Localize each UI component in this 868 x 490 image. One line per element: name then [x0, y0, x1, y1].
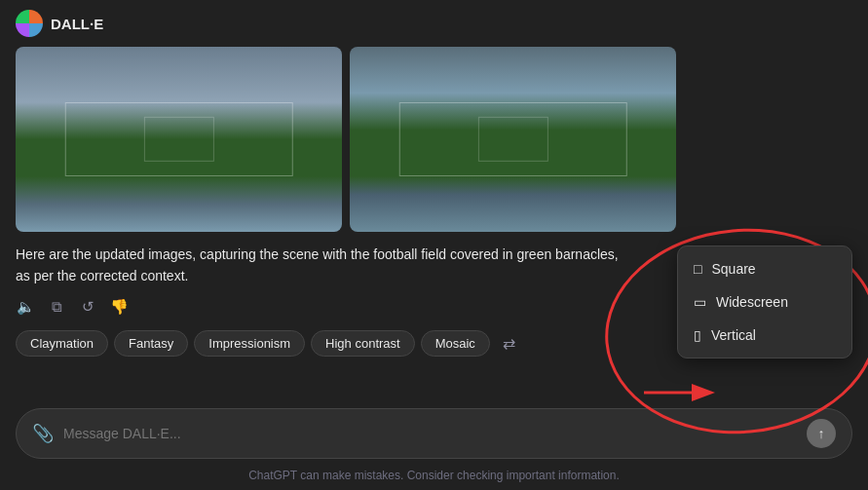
response-description: Here are the updated images, capturing t… [16, 244, 620, 287]
footer-disclaimer: ChatGPT can make mistakes. Consider chec… [0, 469, 868, 482]
field-overlay-1 [64, 102, 293, 176]
chip-claymation[interactable]: Claymation [16, 330, 108, 357]
field-overlay-2 [398, 102, 627, 176]
square-icon: □ [694, 261, 701, 277]
generated-image-1 [16, 47, 342, 232]
dall-e-logo [16, 10, 43, 37]
chip-mosaic[interactable]: Mosaic [421, 330, 490, 357]
input-area: 📎 ↑ [0, 408, 868, 459]
dropdown-item-widescreen[interactable]: ▭ Widescreen [678, 285, 851, 319]
app-title: DALL·E [51, 16, 103, 32]
header: DALL·E [0, 0, 868, 47]
speaker-icon[interactable]: 🔈 [16, 297, 35, 317]
chip-impressionism[interactable]: Impressionism [194, 330, 305, 357]
message-input-container: 📎 ↑ [16, 408, 852, 459]
aspect-ratio-dropdown: □ Square ▭ Widescreen ▯ Vertical [677, 245, 852, 358]
message-input[interactable] [63, 426, 797, 441]
attachment-icon[interactable]: 📎 [32, 423, 54, 444]
dropdown-label-vertical: Vertical [711, 327, 756, 343]
chip-fantasy[interactable]: Fantasy [114, 330, 188, 357]
images-row [16, 47, 852, 232]
send-icon: ↑ [818, 426, 825, 441]
arrow-annotation [639, 378, 717, 411]
refresh-icon[interactable]: ↺ [78, 297, 97, 317]
disclaimer-text: ChatGPT can make mistakes. Consider chec… [248, 469, 620, 482]
vertical-icon: ▯ [694, 327, 701, 343]
chip-high-contrast[interactable]: High contrast [311, 330, 415, 357]
dropdown-item-square[interactable]: □ Square [678, 252, 851, 285]
dropdown-item-vertical[interactable]: ▯ Vertical [678, 319, 851, 352]
widescreen-icon: ▭ [694, 294, 706, 310]
generated-image-2 [350, 47, 676, 232]
shuffle-icon[interactable]: ⇄ [496, 330, 523, 358]
send-button[interactable]: ↑ [807, 419, 836, 448]
dropdown-label-widescreen: Widescreen [716, 294, 788, 310]
thumbs-down-icon[interactable]: 👎 [109, 297, 129, 317]
dropdown-label-square: Square [711, 261, 755, 277]
copy-icon[interactable]: ⧉ [47, 297, 66, 317]
